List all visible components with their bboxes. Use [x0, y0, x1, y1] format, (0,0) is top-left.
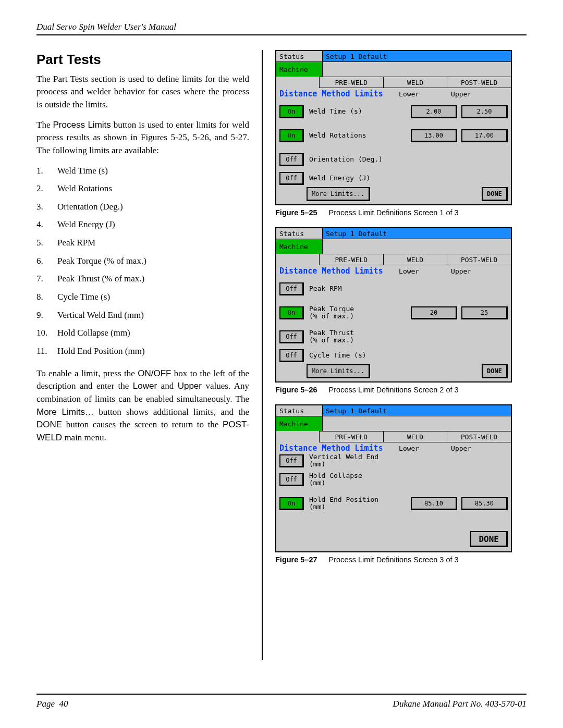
- para-1: The Part Tests section is used to define…: [36, 73, 249, 112]
- figure-5-26: Status Setup 1 Default Machine PRE-WELD …: [275, 227, 527, 394]
- status-button[interactable]: Status: [276, 51, 323, 61]
- upper-input[interactable]: 85.30: [461, 497, 508, 510]
- tab-weld[interactable]: WELD: [384, 431, 448, 442]
- row-label: Vertical Weld End (mm): [309, 453, 508, 468]
- toggle-hold-end-position[interactable]: On: [279, 497, 304, 510]
- toggle-weld-rotations[interactable]: On: [279, 129, 304, 142]
- tab-weld[interactable]: WELD: [384, 254, 448, 265]
- limits-list: 1.Weld Time (s) 2.Weld Rotations 3.Orien…: [36, 165, 249, 358]
- row-label: Peak Thrust (% of max.): [309, 329, 508, 344]
- list-item: 9.Vertical Weld End (mm): [36, 309, 249, 322]
- row-label: Weld Rotations: [309, 132, 407, 139]
- section-title: Part Tests: [36, 50, 249, 70]
- tab-pre-weld[interactable]: PRE-WELD: [320, 254, 384, 265]
- upper-input[interactable]: 17.00: [461, 129, 508, 142]
- list-item: 4.Weld Energy (J): [36, 218, 249, 231]
- row-label: Orientation (Deg.): [309, 156, 508, 163]
- row-label: Weld Time (s): [309, 108, 407, 115]
- manual-part-no: Dukane Manual Part No. 403-570-01: [393, 699, 527, 709]
- screen-1: Status Setup 1 Default Machine PRE-WELD …: [275, 50, 512, 205]
- tab-weld[interactable]: WELD: [384, 77, 448, 88]
- done-button[interactable]: DONE: [482, 187, 508, 201]
- row-label: Hold End Position (mm): [309, 496, 407, 511]
- page-header: Dual Servo Spin Welder User's Manual: [36, 22, 527, 35]
- tab-post-weld[interactable]: POST-WELD: [447, 77, 511, 88]
- right-column: Status Setup 1 Default Machine PRE-WELD …: [275, 50, 527, 660]
- toggle-peak-thrust[interactable]: Off: [279, 330, 304, 343]
- screen-3: Status Setup 1 Default Machine PRE-WELD …: [275, 404, 512, 552]
- left-column: Part Tests The Part Tests section is use…: [36, 50, 249, 660]
- list-item: 5.Peak RPM: [36, 237, 249, 250]
- list-item: 11.Hold End Position (mm): [36, 345, 249, 358]
- limits-heading: Distance Method Limits: [279, 266, 383, 276]
- page-footer: Page 40 Dukane Manual Part No. 403-570-0…: [36, 694, 527, 709]
- machine-button[interactable]: Machine: [276, 239, 323, 254]
- done-button[interactable]: DONE: [482, 364, 508, 378]
- lower-header: Lower: [383, 267, 435, 275]
- page-number: Page 40: [36, 699, 68, 709]
- lower-header: Lower: [383, 445, 435, 452]
- column-divider: [262, 50, 263, 660]
- toggle-peak-rpm[interactable]: Off: [279, 282, 304, 295]
- row-label: Cycle Time (s): [309, 352, 508, 359]
- limits-heading: Distance Method Limits: [279, 443, 383, 453]
- upper-input[interactable]: 2.50: [461, 105, 508, 118]
- para-2: The Process Limits button is used to ent…: [36, 119, 249, 157]
- machine-button[interactable]: Machine: [276, 416, 323, 431]
- lower-input[interactable]: 85.10: [411, 497, 457, 510]
- upper-header: Upper: [435, 267, 487, 275]
- tab-post-weld[interactable]: POST-WELD: [447, 254, 511, 265]
- more-limits-button[interactable]: More Limits...: [307, 187, 370, 201]
- lower-input[interactable]: 2.00: [411, 105, 457, 118]
- figure-caption: Figure 5–27Process Limit Definitions Scr…: [275, 556, 527, 564]
- row-label: Peak Torque (% of max.): [309, 305, 407, 320]
- screen-2: Status Setup 1 Default Machine PRE-WELD …: [275, 227, 512, 382]
- limits-heading: Distance Method Limits: [279, 89, 383, 98]
- manual-title: Dual Servo Spin Welder User's Manual: [36, 22, 176, 32]
- status-button[interactable]: Status: [276, 405, 323, 416]
- upper-header: Upper: [435, 445, 487, 452]
- more-limits-button[interactable]: More Limits...: [307, 364, 370, 378]
- figure-5-25: Status Setup 1 Default Machine PRE-WELD …: [275, 50, 527, 217]
- toggle-weld-time[interactable]: On: [279, 105, 304, 118]
- toggle-vertical-weld-end[interactable]: Off: [279, 454, 304, 467]
- figure-caption: Figure 5–26Process Limit Definitions Scr…: [275, 386, 527, 394]
- toggle-peak-torque[interactable]: On: [279, 306, 304, 319]
- setup-label: Setup 1 Default: [323, 228, 511, 239]
- setup-label: Setup 1 Default: [323, 51, 511, 61]
- list-item: 8.Cycle Time (s): [36, 291, 249, 304]
- setup-label: Setup 1 Default: [323, 405, 511, 416]
- tab-post-weld[interactable]: POST-WELD: [447, 431, 511, 442]
- status-button[interactable]: Status: [276, 228, 323, 239]
- toggle-cycle-time[interactable]: Off: [279, 349, 304, 362]
- list-item: 7.Peak Thrust (% of max.): [36, 273, 249, 286]
- list-item: 6.Peak Torque (% of max.): [36, 255, 249, 268]
- lower-header: Lower: [383, 90, 435, 98]
- list-item: 3.Orientation (Deg.): [36, 201, 249, 214]
- list-item: 2.Weld Rotations: [36, 182, 249, 195]
- toggle-hold-collapse[interactable]: Off: [279, 473, 304, 486]
- upper-input[interactable]: 25: [461, 306, 508, 319]
- list-item: 10.Hold Collapse (mm): [36, 327, 249, 340]
- machine-button[interactable]: Machine: [276, 62, 323, 77]
- list-item: 1.Weld Time (s): [36, 165, 249, 178]
- tab-pre-weld[interactable]: PRE-WELD: [320, 77, 384, 88]
- tab-pre-weld[interactable]: PRE-WELD: [320, 431, 384, 442]
- toggle-orientation[interactable]: Off: [279, 153, 304, 166]
- upper-header: Upper: [435, 90, 487, 98]
- row-label: Weld Energy (J): [309, 175, 508, 182]
- row-label: Peak RPM: [309, 285, 508, 292]
- toggle-weld-energy[interactable]: Off: [279, 172, 304, 185]
- figure-caption: Figure 5–25Process Limit Definitions Scr…: [275, 208, 527, 217]
- row-label: Hold Collapse (mm): [309, 472, 508, 487]
- lower-input[interactable]: 20: [411, 306, 457, 319]
- para-3: To enable a limit, press the ON/OFF box …: [36, 367, 249, 445]
- figure-5-27: Status Setup 1 Default Machine PRE-WELD …: [275, 404, 527, 564]
- done-button[interactable]: DONE: [470, 531, 508, 547]
- lower-input[interactable]: 13.00: [411, 129, 457, 142]
